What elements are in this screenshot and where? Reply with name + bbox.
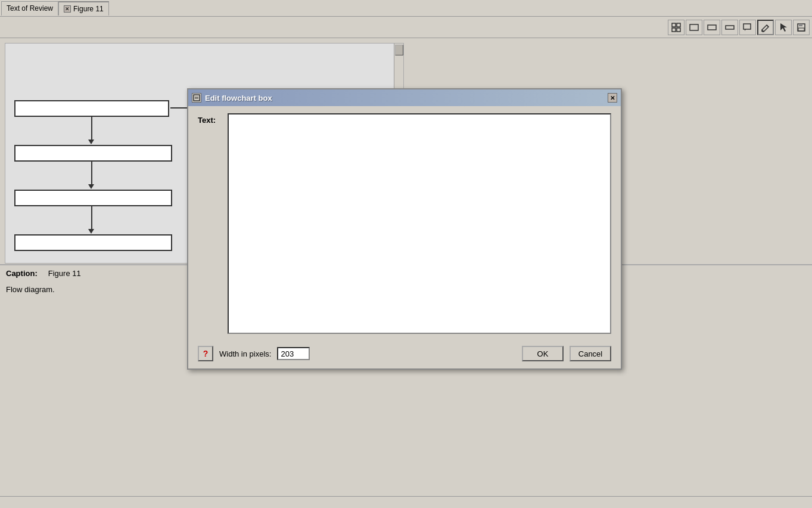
modal-overlay: Edit flowchart box ✕ Text: ? Width in pi… (0, 0, 812, 508)
cancel-button[interactable]: Cancel (570, 346, 611, 361)
dialog-body: Text: (188, 106, 621, 341)
text-field-label: Text: (198, 113, 222, 125)
width-input[interactable] (277, 347, 310, 360)
width-label: Width in pixels: (219, 349, 271, 358)
flowchart-icon (193, 94, 200, 101)
svg-rect-16 (194, 95, 200, 101)
text-input-row: Text: (198, 113, 611, 334)
ok-button[interactable]: OK (522, 346, 564, 361)
dialog-footer: ? Width in pixels: OK Cancel (188, 341, 621, 368)
dialog-title-icon (192, 93, 201, 103)
dialog-close-button[interactable]: ✕ (608, 93, 617, 103)
dialog-titlebar: Edit flowchart box ✕ (188, 89, 621, 106)
edit-flowchart-dialog: Edit flowchart box ✕ Text: ? Width in pi… (187, 88, 622, 370)
text-input[interactable] (228, 113, 611, 334)
help-button[interactable]: ? (198, 346, 213, 361)
dialog-title-text: Edit flowchart box (205, 94, 604, 103)
